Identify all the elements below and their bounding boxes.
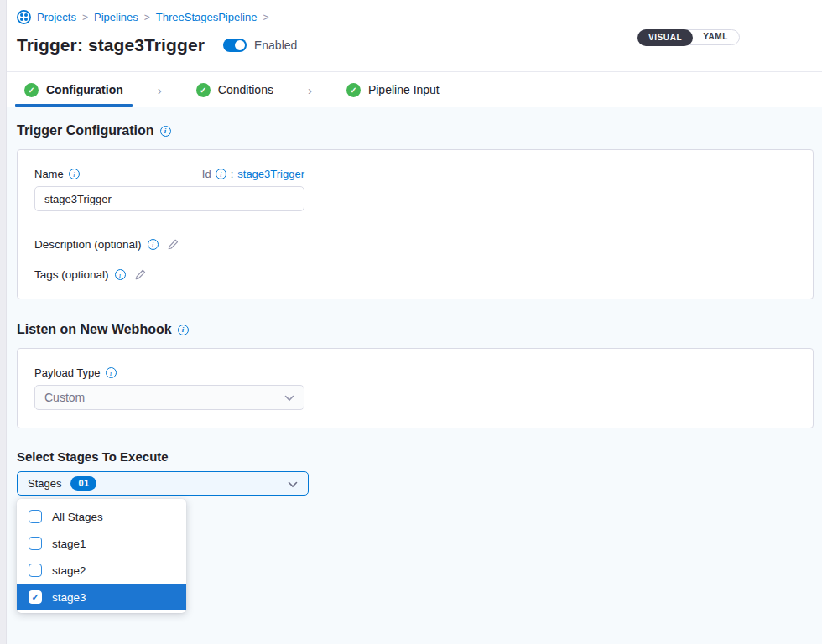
tags-label: Tags (optional) [34,268,109,281]
edit-pencil-icon[interactable] [134,268,147,281]
name-label: Name [34,168,80,180]
description-field: Description (optional) [34,238,796,251]
checkbox-checked[interactable] [29,590,42,604]
checkbox-unchecked[interactable] [29,564,42,577]
content-area: Trigger Configuration Name Id : stage3Tr… [7,107,822,644]
check-circle-icon [24,83,39,97]
chevron-down-icon [284,391,294,404]
yaml-mode-button[interactable]: YAML [692,29,739,45]
tab-pipeline-input[interactable]: Pipeline Input [337,72,449,107]
payload-type-label: Payload Type [34,366,796,379]
tab-configuration[interactable]: Configuration [15,72,133,107]
trigger-page: Projects > Pipelines > ThreeStagesPipeli… [7,0,822,644]
select-stages-heading: Select Stages To Execute [17,449,814,464]
breadcrumb-separator: > [263,12,268,23]
info-icon[interactable] [148,239,159,250]
name-label-text: Name [34,168,64,180]
left-gutter [0,0,7,644]
breadcrumb-link-pipeline-name[interactable]: ThreeStagesPipeline [156,11,258,23]
payload-type-value: Custom [44,391,85,404]
option-label: stage1 [52,538,86,550]
section-heading-text: Listen on New Webhook [17,322,172,337]
chevron-right-icon: › [308,83,312,97]
trigger-configuration-card: Name Id : stage3Trigger Description (opt… [17,149,814,299]
option-stage1[interactable]: stage1 [17,530,186,557]
info-icon[interactable] [178,325,189,335]
option-stage2[interactable]: stage2 [17,557,186,584]
visual-yaml-switch: VISUAL YAML [637,29,740,45]
info-icon[interactable] [216,169,226,179]
option-label: All Stages [52,511,103,523]
check-circle-icon [196,83,211,97]
enabled-toggle-label: Enabled [254,39,297,52]
checkbox-unchecked[interactable] [29,510,42,523]
option-label: stage2 [52,564,86,577]
id-value[interactable]: stage3Trigger [237,168,304,180]
wizard-tabbar: Configuration › Conditions › Pipeline In… [7,71,822,107]
id-group: Id : stage3Trigger [202,168,304,180]
info-icon[interactable] [106,367,117,378]
tags-field: Tags (optional) [34,268,796,281]
tab-label: Conditions [218,83,273,96]
project-logo-icon [17,10,31,24]
id-separator: : [231,168,234,180]
payload-type-label-text: Payload Type [34,366,101,379]
stages-multiselect[interactable]: Stages 01 [17,471,309,496]
name-input[interactable] [34,186,304,211]
breadcrumb-link-pipelines[interactable]: Pipelines [94,11,138,23]
id-label: Id [202,168,211,180]
webhook-card: Payload Type Custom [17,348,814,428]
chevron-right-icon: › [158,83,162,97]
page-header: Projects > Pipelines > ThreeStagesPipeli… [7,0,822,55]
breadcrumb-link-projects[interactable]: Projects [37,11,76,23]
toggle-knob [235,40,245,50]
page-title: Trigger: stage3Trigger [17,35,205,55]
webhook-heading: Listen on New Webhook [17,322,814,337]
checkbox-unchecked[interactable] [29,537,42,550]
option-stage3[interactable]: stage3 [17,584,186,610]
option-all-stages[interactable]: All Stages [17,503,186,530]
stages-select-label: Stages [28,477,61,490]
name-id-row: Name Id : stage3Trigger [34,168,304,180]
breadcrumb-separator: > [144,12,150,23]
description-label: Description (optional) [34,238,142,251]
info-icon[interactable] [115,269,126,280]
stages-dropdown: All Stages stage1 stage2 stage3 [17,499,186,613]
section-heading-text: Trigger Configuration [17,123,154,138]
enabled-toggle[interactable] [223,39,247,52]
chevron-down-icon [288,476,298,491]
check-circle-icon [346,83,361,97]
tab-label: Pipeline Input [368,83,440,96]
info-icon[interactable] [160,126,171,137]
payload-type-select[interactable]: Custom [34,385,304,410]
option-label: stage3 [52,591,86,604]
tab-label: Configuration [46,83,123,96]
info-icon[interactable] [69,169,80,179]
trigger-configuration-heading: Trigger Configuration [17,123,814,138]
stages-select-wrap: Stages 01 All Stages stage1 stage2 [17,471,309,496]
edit-pencil-icon[interactable] [167,238,179,251]
visual-mode-button[interactable]: VISUAL [637,29,693,46]
tab-conditions[interactable]: Conditions [187,72,283,107]
breadcrumb-separator: > [82,12,88,23]
stages-count-badge: 01 [70,476,96,491]
breadcrumb: Projects > Pipelines > ThreeStagesPipeli… [17,10,805,24]
